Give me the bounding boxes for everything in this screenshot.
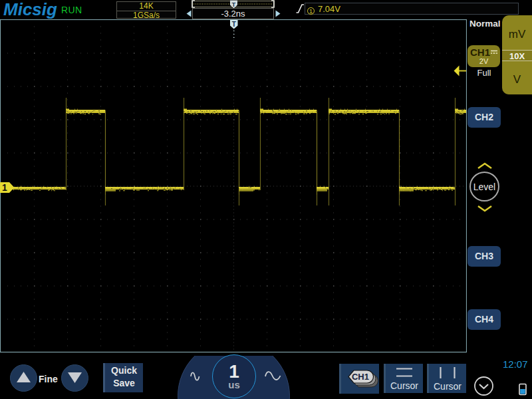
svg-text:T: T (232, 1, 236, 8)
svg-text:CH1: CH1 (351, 372, 368, 382)
svg-text:1: 1 (2, 182, 7, 193)
svg-text:T: T (232, 21, 236, 28)
